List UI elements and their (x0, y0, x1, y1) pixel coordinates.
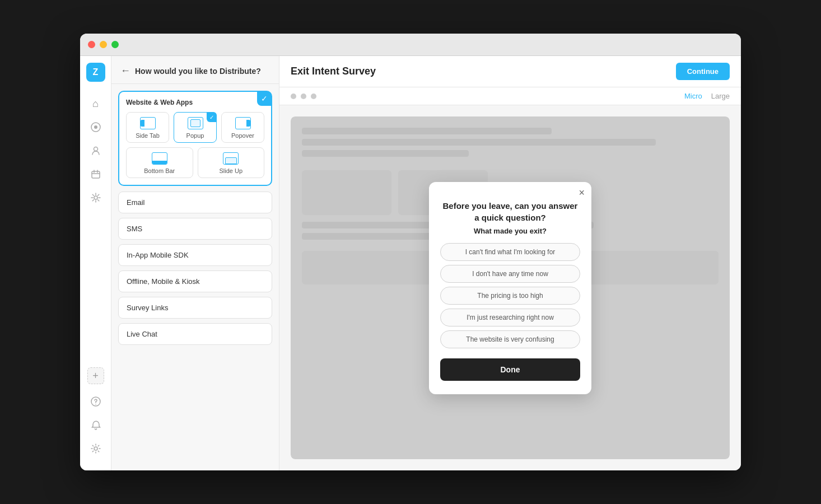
modal-option-3[interactable]: I'm just researching right now (440, 309, 580, 326)
sidebar-item-calendar[interactable] (85, 164, 106, 185)
bottom-bar-option[interactable]: Bottom Bar (126, 147, 193, 178)
maximize-btn[interactable] (111, 41, 119, 48)
slide-up-option[interactable]: Slide Up (198, 147, 265, 178)
sidebar-item-contacts[interactable] (85, 140, 106, 161)
popup-option[interactable]: ✓ Popup (174, 112, 217, 143)
titlebar (80, 34, 741, 56)
sidebar-item-help[interactable] (85, 391, 106, 412)
logo[interactable]: Z (86, 63, 105, 82)
size-large[interactable]: Large (711, 92, 730, 100)
back-button[interactable]: ← (120, 65, 130, 77)
list-item-email[interactable]: Email (118, 192, 272, 213)
list-item-sms[interactable]: SMS (118, 218, 272, 240)
modal-body: Before you leave, can you answer a quick… (429, 182, 591, 394)
list-item-inapp[interactable]: In-App Mobile SDK (118, 244, 272, 266)
right-panel-header: Exit Intent Survey Continue (279, 56, 741, 87)
mac-window: Z ⌂ (80, 34, 741, 470)
close-btn[interactable] (88, 41, 95, 48)
left-panel: ← How would you like to Distribute? ✓ We… (111, 56, 279, 470)
modal-close-button[interactable]: × (579, 188, 585, 198)
modal-subheading: What made you exit? (440, 227, 580, 235)
modal-options: I can't find what I'm looking for I don'… (440, 243, 580, 348)
modal-option-0[interactable]: I can't find what I'm looking for (440, 243, 580, 261)
list-item-survey-links[interactable]: Survey Links (118, 297, 272, 319)
modal-option-2[interactable]: The pricing is too high (440, 287, 580, 305)
preview-bg: × Before you leave, can you answer a qui… (291, 116, 730, 459)
popup-check: ✓ (207, 112, 217, 122)
svg-point-2 (94, 147, 97, 151)
web-apps-card[interactable]: ✓ Website & Web Apps Side Tab ✓ Popup (118, 91, 272, 186)
size-toggle: Micro Large (684, 92, 730, 100)
sidebar: Z ⌂ (80, 56, 111, 470)
sidebar-item-integrations[interactable] (85, 187, 106, 208)
size-micro[interactable]: Micro (684, 92, 702, 100)
app-body: Z ⌂ (80, 56, 741, 470)
sidebar-item-survey[interactable] (85, 116, 106, 138)
svg-point-1 (94, 125, 97, 129)
modal-option-4[interactable]: The website is very confusing (440, 330, 580, 348)
sidebar-item-settings[interactable] (85, 438, 106, 459)
web-apps-title: Website & Web Apps (126, 99, 264, 106)
left-panel-header: ← How would you like to Distribute? (111, 56, 279, 84)
dot-3 (311, 94, 316, 99)
card-check-icon: ✓ (257, 91, 272, 106)
minimize-btn[interactable] (100, 41, 107, 48)
web-apps-grid-row2: Bottom Bar Slide Up (126, 147, 264, 178)
svg-point-6 (95, 404, 96, 405)
left-panel-content: ✓ Website & Web Apps Side Tab ✓ Popup (111, 84, 279, 470)
continue-button[interactable]: Continue (676, 63, 730, 80)
panel-title: How would you like to Distribute? (135, 67, 261, 76)
sidebar-bottom: + (85, 367, 106, 464)
slide-up-icon (223, 152, 239, 165)
modal-option-1[interactable]: I don't have any time now (440, 265, 580, 283)
side-tab-icon (140, 117, 156, 129)
list-item-live-chat[interactable]: Live Chat (118, 323, 272, 345)
right-panel-title: Exit Intent Survey (291, 66, 376, 77)
popover-icon (235, 117, 251, 129)
dot-2 (301, 94, 306, 99)
toolbar: Micro Large (279, 87, 741, 105)
sidebar-item-home[interactable]: ⌂ (85, 93, 106, 114)
list-item-offline[interactable]: Offline, Mobile & Kiosk (118, 270, 272, 292)
side-tab-option[interactable]: Side Tab (126, 112, 169, 143)
svg-point-4 (94, 196, 97, 199)
sidebar-item-notifications[interactable] (85, 414, 106, 436)
svg-rect-3 (92, 171, 100, 178)
popover-option[interactable]: Popover (221, 112, 264, 143)
add-button[interactable]: + (87, 367, 104, 384)
modal: × Before you leave, can you answer a qui… (429, 182, 591, 394)
web-apps-grid-row1: Side Tab ✓ Popup Popover (126, 112, 264, 143)
modal-done-button[interactable]: Done (440, 358, 580, 381)
svg-point-7 (94, 447, 97, 450)
right-panel: Exit Intent Survey Continue Micro Large (279, 56, 741, 470)
popup-icon (188, 117, 203, 129)
bottom-bar-icon (152, 152, 167, 165)
preview-area: × Before you leave, can you answer a qui… (279, 105, 741, 470)
modal-heading: Before you leave, can you answer a quick… (440, 200, 580, 223)
dots-row (291, 94, 316, 99)
dot-1 (291, 94, 296, 99)
sidebar-nav: ⌂ (85, 93, 106, 367)
modal-overlay: × Before you leave, can you answer a qui… (291, 116, 730, 459)
